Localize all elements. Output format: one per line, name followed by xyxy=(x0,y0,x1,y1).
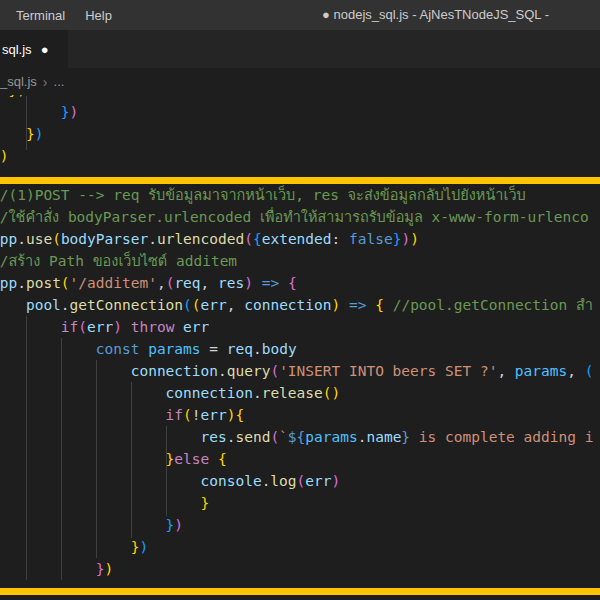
code-line: //(1)POST --> req รับข้อมูลมาจากหน้าเว็บ… xyxy=(0,184,600,206)
code-line: }else { xyxy=(0,448,600,470)
menu-terminal[interactable]: Terminal xyxy=(8,4,73,27)
code-line: pool.getConnection((err, connection) => … xyxy=(0,294,600,316)
chevron-right-icon: › xyxy=(43,74,48,90)
window-title: ● nodejs_sql.js - AjNesTNodeJS_SQL - xyxy=(322,0,549,30)
code-line xyxy=(0,167,600,177)
unsaved-dot-icon[interactable]: ● xyxy=(41,42,49,57)
vscode-window: Terminal Help ● nodejs_sql.js - AjNesTNo… xyxy=(0,0,600,600)
code-line: const params = req.body xyxy=(0,338,600,360)
code-line: app.post('/additem',(req, res) => { xyxy=(0,272,600,294)
tab-bar: sql.js ● xyxy=(0,30,600,68)
tab-label: sql.js xyxy=(2,42,32,57)
tab-nodejs-sql[interactable]: sql.js ● xyxy=(0,30,68,68)
code-line: connection.release() xyxy=(0,382,600,404)
code-line: }) xyxy=(0,536,600,558)
editor[interactable]: }) }) })}) //(1)POST --> req รับข้อมูลมา… xyxy=(0,95,600,600)
breadcrumb[interactable]: _sql.js › ... xyxy=(0,68,600,95)
menu-help[interactable]: Help xyxy=(77,4,120,27)
titlebar: Terminal Help ● nodejs_sql.js - AjNesTNo… xyxy=(0,0,600,30)
code-line: //สร้าง Path ของเว็บไซต์ additem xyxy=(0,250,600,272)
code-line: } xyxy=(0,492,600,514)
breadcrumb-symbol[interactable]: ... xyxy=(54,74,65,89)
code-block-above-highlight: }) }) })}) xyxy=(0,95,600,177)
code-line: }) xyxy=(0,558,600,580)
code-line: if(!err){ xyxy=(0,404,600,426)
code-line: connection.query('INSERT INTO beers SET … xyxy=(0,360,600,382)
breadcrumb-file[interactable]: _sql.js xyxy=(0,74,37,89)
code-line: }) xyxy=(0,145,600,167)
menu-bar: Terminal Help xyxy=(0,4,120,27)
yellow-highlight-bar-top xyxy=(0,177,600,184)
code-line: res.send(`${params.name} is complete add… xyxy=(0,426,600,448)
code-line: }) xyxy=(0,514,600,536)
code-line: if(err) throw err xyxy=(0,316,600,338)
code-block-highlighted: //(1)POST --> req รับข้อมูลมาจากหน้าเว็บ… xyxy=(0,184,600,580)
code-line: console.log(err) xyxy=(0,470,600,492)
code-line: }) xyxy=(0,101,600,123)
yellow-highlight-bar-bottom xyxy=(0,588,600,595)
code-line: }) xyxy=(0,123,600,145)
code-line: //ใช้คำสั่ง bodyParser.urlencoded เพื่อท… xyxy=(0,206,600,228)
code-line: app.use(bodyParser.urlencoded({extended:… xyxy=(0,228,600,250)
